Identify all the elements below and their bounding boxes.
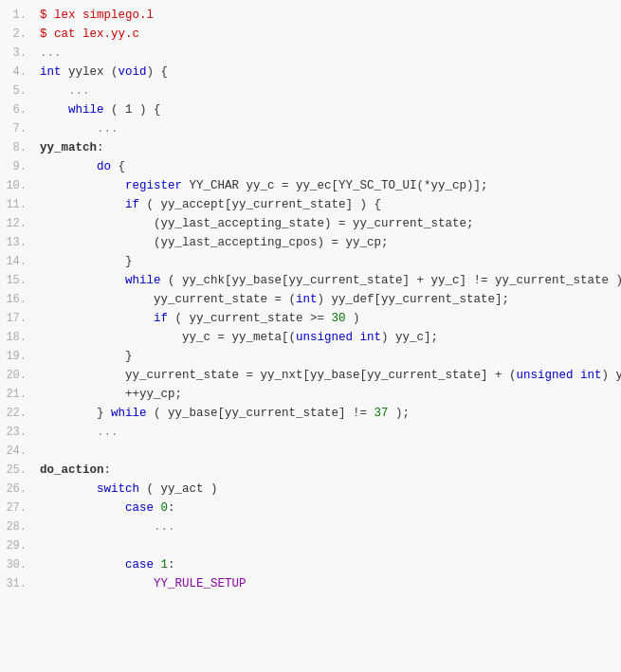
line-number: 20. bbox=[0, 369, 36, 382]
table-row: 6. while ( 1 ) { bbox=[0, 102, 621, 121]
line-content: } bbox=[36, 350, 621, 363]
line-content: ... bbox=[36, 122, 621, 136]
line-number: 1. bbox=[0, 9, 36, 22]
line-number: 5. bbox=[0, 84, 36, 98]
table-row: 25.do_action: bbox=[0, 463, 621, 481]
line-content: $ lex simplego.l bbox=[36, 9, 621, 22]
line-number: 17. bbox=[0, 312, 36, 325]
table-row: 7. ... bbox=[0, 121, 621, 140]
line-number: 18. bbox=[0, 331, 36, 344]
table-row: 28. ... bbox=[0, 519, 621, 538]
code-viewer: 1.$ lex simplego.l2.$ cat lex.yy.c3....4… bbox=[0, 0, 621, 672]
line-content: } bbox=[36, 255, 621, 268]
line-number: 27. bbox=[0, 501, 36, 515]
table-row: 18. yy_c = yy_meta[(unsigned int) yy_c]; bbox=[0, 330, 621, 349]
line-number: 23. bbox=[0, 426, 36, 439]
table-row: 14. } bbox=[0, 254, 621, 273]
table-row: 11. if ( yy_accept[yy_current_state] ) { bbox=[0, 197, 621, 216]
line-number: 26. bbox=[0, 482, 36, 496]
table-row: 4.int yylex (void) { bbox=[0, 64, 621, 83]
line-content: while ( yy_chk[yy_base[yy_current_state]… bbox=[36, 274, 621, 287]
line-content: } while ( yy_base[yy_current_state] != 3… bbox=[36, 407, 621, 420]
line-number: 11. bbox=[0, 198, 36, 211]
table-row: 20. yy_current_state = yy_nxt[yy_base[yy… bbox=[0, 368, 621, 387]
line-number: 7. bbox=[0, 122, 36, 136]
table-row: 23. ... bbox=[0, 425, 621, 444]
table-row: 10. register YY_CHAR yy_c = yy_ec[YY_SC_… bbox=[0, 178, 621, 197]
line-content: do_action: bbox=[36, 463, 621, 477]
line-content: if ( yy_accept[yy_current_state] ) { bbox=[36, 198, 621, 211]
line-content: switch ( yy_act ) bbox=[36, 482, 621, 496]
line-content: while ( 1 ) { bbox=[36, 103, 621, 117]
line-number: 16. bbox=[0, 293, 36, 306]
line-number: 22. bbox=[0, 407, 36, 420]
line-content: yy_c = yy_meta[(unsigned int) yy_c]; bbox=[36, 331, 621, 344]
line-number: 30. bbox=[0, 558, 36, 572]
line-number: 3. bbox=[0, 46, 36, 60]
line-number: 24. bbox=[0, 445, 36, 458]
line-number: 21. bbox=[0, 388, 36, 401]
table-row: 22. } while ( yy_base[yy_current_state] … bbox=[0, 406, 621, 425]
table-row: 1.$ lex simplego.l bbox=[0, 8, 621, 27]
line-content: yy_current_state = yy_nxt[yy_base[yy_cur… bbox=[36, 369, 621, 382]
table-row: 29. bbox=[0, 538, 621, 557]
line-content: $ cat lex.yy.c bbox=[36, 27, 621, 41]
table-row: 26. switch ( yy_act ) bbox=[0, 481, 621, 500]
line-number: 2. bbox=[0, 27, 36, 41]
table-row: 31. YY_RULE_SETUP bbox=[0, 576, 621, 595]
line-number: 13. bbox=[0, 236, 36, 249]
table-row: 12. (yy_last_accepting_state) = yy_curre… bbox=[0, 216, 621, 235]
line-content: ... bbox=[36, 84, 621, 98]
line-content: int yylex (void) { bbox=[36, 65, 621, 79]
table-row: 8.yy_match: bbox=[0, 140, 621, 159]
line-number: 14. bbox=[0, 255, 36, 268]
table-row: 2.$ cat lex.yy.c bbox=[0, 27, 621, 45]
line-number: 29. bbox=[0, 539, 36, 553]
line-number: 10. bbox=[0, 179, 36, 192]
table-row: 19. } bbox=[0, 349, 621, 368]
line-content: case 0: bbox=[36, 501, 621, 515]
table-row: 3.... bbox=[0, 45, 621, 64]
table-row: 30. case 1: bbox=[0, 557, 621, 576]
table-row: 16. yy_current_state = (int) yy_def[yy_c… bbox=[0, 292, 621, 311]
line-number: 15. bbox=[0, 274, 36, 287]
table-row: 24. bbox=[0, 444, 621, 463]
table-row: 27. case 0: bbox=[0, 500, 621, 519]
table-row: 17. if ( yy_current_state >= 30 ) bbox=[0, 311, 621, 330]
line-content: yy_match: bbox=[36, 141, 621, 154]
line-content: ... bbox=[36, 520, 621, 534]
line-content: YY_RULE_SETUP bbox=[36, 577, 621, 590]
line-number: 28. bbox=[0, 520, 36, 534]
line-content: case 1: bbox=[36, 558, 621, 572]
line-content: if ( yy_current_state >= 30 ) bbox=[36, 312, 621, 325]
line-number: 25. bbox=[0, 463, 36, 477]
table-row: 5. ... bbox=[0, 83, 621, 102]
line-number: 4. bbox=[0, 65, 36, 79]
line-number: 12. bbox=[0, 217, 36, 230]
table-row: 15. while ( yy_chk[yy_base[yy_current_st… bbox=[0, 273, 621, 292]
line-content: (yy_last_accepting_cpos) = yy_cp; bbox=[36, 236, 621, 249]
line-number: 31. bbox=[0, 577, 36, 590]
line-number: 19. bbox=[0, 350, 36, 363]
line-content: ... bbox=[36, 46, 621, 60]
line-content: yy_current_state = (int) yy_def[yy_curre… bbox=[36, 293, 621, 306]
line-number: 6. bbox=[0, 103, 36, 117]
table-row: 9. do { bbox=[0, 159, 621, 178]
line-content: ... bbox=[36, 426, 621, 439]
table-row: 13. (yy_last_accepting_cpos) = yy_cp; bbox=[0, 235, 621, 254]
table-row: 21. ++yy_cp; bbox=[0, 387, 621, 406]
line-content: (yy_last_accepting_state) = yy_current_s… bbox=[36, 217, 621, 230]
line-number: 8. bbox=[0, 141, 36, 154]
line-content: ++yy_cp; bbox=[36, 388, 621, 401]
line-number: 9. bbox=[0, 160, 36, 173]
line-content: do { bbox=[36, 160, 621, 173]
line-content: register YY_CHAR yy_c = yy_ec[YY_SC_TO_U… bbox=[36, 179, 621, 192]
